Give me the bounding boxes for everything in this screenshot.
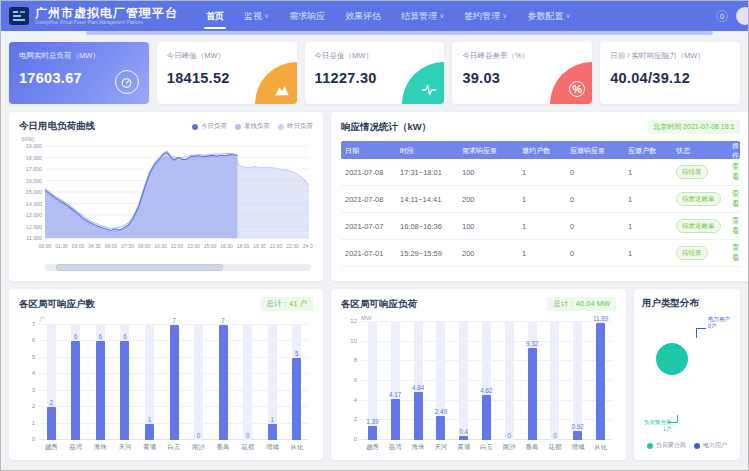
table-cell-status: 待结算 <box>672 246 728 260</box>
bar[interactable] <box>170 325 179 440</box>
table-cell: 1 <box>518 222 566 231</box>
table-cell: 1 <box>624 249 672 258</box>
chevron-down-icon: ∨ <box>565 12 570 20</box>
datazoom-thumb[interactable] <box>56 264 224 271</box>
nav-item-3[interactable]: 需求响应 <box>279 1 335 31</box>
legend-item[interactable]: 电力用户 <box>694 441 727 450</box>
legend-dot <box>278 124 284 130</box>
legend-dot <box>192 124 198 130</box>
svg-text:14,000: 14,000 <box>26 201 42 207</box>
chevron-down-icon: ∨ <box>264 12 269 20</box>
bar-column: 4.17 <box>384 322 407 440</box>
app-subtitle: Guangzhou Virtual Power Plant Management… <box>35 21 178 26</box>
table-cell: 1 <box>518 249 566 258</box>
svg-text:17,000: 17,000 <box>26 166 42 172</box>
bar[interactable] <box>71 341 80 440</box>
response-stats-title: 响应情况统计（kW） <box>341 121 431 134</box>
peak-icon <box>255 62 297 104</box>
bar[interactable] <box>528 348 537 440</box>
user-avatar[interactable] <box>736 7 748 25</box>
bar[interactable] <box>219 325 228 440</box>
y-axis-tick: 5 <box>21 354 35 360</box>
district-users-title: 各区局可响应户数 <box>19 298 95 311</box>
legend-item[interactable]: 今日负荷 <box>192 122 227 131</box>
nav-item-7[interactable]: 参数配置∨ <box>517 1 580 31</box>
bar[interactable] <box>268 424 277 440</box>
bar-column: 2.49 <box>429 322 452 440</box>
chevron-down-icon: ∨ <box>439 12 444 20</box>
bars-layer: 1.394.174.842.490.44.6209.3200.9211.89 <box>361 322 612 440</box>
kpi-label: 电网实时总负荷（MW） <box>19 51 139 61</box>
y-axis-tick: 6 <box>343 377 357 383</box>
bar-value-label: 5 <box>282 350 312 357</box>
view-link[interactable]: 查看 <box>732 243 740 262</box>
bar-column: 0 <box>186 325 211 440</box>
chevron-down-icon: ∨ <box>502 12 507 20</box>
datazoom-slider[interactable] <box>45 264 311 271</box>
district-users-card: 各区局可响应户数 总计：41 户 户 0123456726661707015 越… <box>9 289 323 460</box>
bar-value-label: 7 <box>208 317 238 324</box>
column-header: 日期 <box>341 146 396 156</box>
svg-text:19,000: 19,000 <box>26 143 42 149</box>
nav-item-5[interactable]: 结算管理∨ <box>391 1 454 31</box>
notification-badge[interactable]: 0 <box>716 10 728 22</box>
kpi-label: 今日峰谷差率（%） <box>462 51 582 61</box>
x-axis-label: 从化 <box>284 440 309 452</box>
response-table: 日期时段需求响应量邀约户数应邀响应量应邀户数状态操作2021-07-0817:3… <box>341 141 740 267</box>
table-cell: 100 <box>458 222 518 231</box>
column-header: 邀约户数 <box>518 146 566 156</box>
user-type-legend: 负荷聚合商电力用户 <box>642 437 732 452</box>
x-axis-label: 白云 <box>162 440 187 452</box>
bar-column: 5 <box>284 325 309 440</box>
bar-track <box>459 322 468 440</box>
x-axis-label: 黄埔 <box>137 440 162 452</box>
table-cell: 0 <box>566 249 624 258</box>
horizontal-scrollbar[interactable] <box>86 31 713 35</box>
column-header: 应邀户数 <box>624 146 672 156</box>
bar[interactable] <box>368 426 377 440</box>
view-link[interactable]: 查看 <box>732 162 740 181</box>
legend-item[interactable]: 基线负荷 <box>235 122 270 131</box>
view-link[interactable]: 查看 <box>732 216 740 235</box>
nav-item-2[interactable]: 监视∨ <box>234 1 279 31</box>
bar[interactable] <box>145 424 154 440</box>
bar[interactable] <box>573 431 582 440</box>
bar[interactable] <box>436 416 445 440</box>
legend-item[interactable]: 负荷聚合商 <box>647 441 686 450</box>
table-cell: 1 <box>518 168 566 177</box>
table-cell: 1 <box>518 195 566 204</box>
nav-item-4[interactable]: 效果评估 <box>335 1 391 31</box>
gauge-icon <box>115 70 139 94</box>
kpi-card-2: 今日峰值（MW）18415.52 <box>157 42 297 104</box>
column-header: 需求响应量 <box>458 146 518 156</box>
view-link[interactable]: 查看 <box>732 189 740 208</box>
y-axis-tick: 0 <box>343 436 357 442</box>
table-cell-action: 查看 <box>728 216 740 236</box>
bar[interactable] <box>414 392 423 440</box>
svg-text:13,000: 13,000 <box>26 212 42 218</box>
y-axis-tick: 7 <box>21 321 35 327</box>
kpi-card-4: 今日峰谷差率（%）39.03% <box>452 42 592 104</box>
app-window: 广州市虚拟电厂管理平台 Guangzhou Virtual Power Plan… <box>0 0 749 471</box>
nav-item-1[interactable]: 首页 <box>196 1 234 31</box>
status-badge: 待结算 <box>676 165 708 179</box>
legend-item[interactable]: 昨日负荷 <box>278 122 313 131</box>
bar[interactable] <box>292 358 301 440</box>
bar-column: 9.32 <box>521 322 544 440</box>
bar[interactable] <box>596 323 605 440</box>
bar[interactable] <box>482 395 491 440</box>
district-users-x-labels: 越秀荔湾海珠天河黄埔白云南沙番禺花都增城从化 <box>39 440 309 452</box>
bar[interactable] <box>47 407 56 440</box>
nav-item-6[interactable]: 签约管理∨ <box>454 1 517 31</box>
x-axis-label: 花都 <box>235 440 260 452</box>
y-axis-tick: 4 <box>343 397 357 403</box>
x-axis-label: 越秀 <box>39 440 64 452</box>
bar-column: 1.39 <box>361 322 384 440</box>
bar[interactable] <box>120 341 129 440</box>
bar-column: 1 <box>137 325 162 440</box>
table-cell: 2021-07-01 <box>341 249 396 258</box>
bar[interactable] <box>459 436 468 440</box>
svg-text:12,000: 12,000 <box>26 224 42 230</box>
bar[interactable] <box>96 341 105 440</box>
bar[interactable] <box>391 399 400 440</box>
